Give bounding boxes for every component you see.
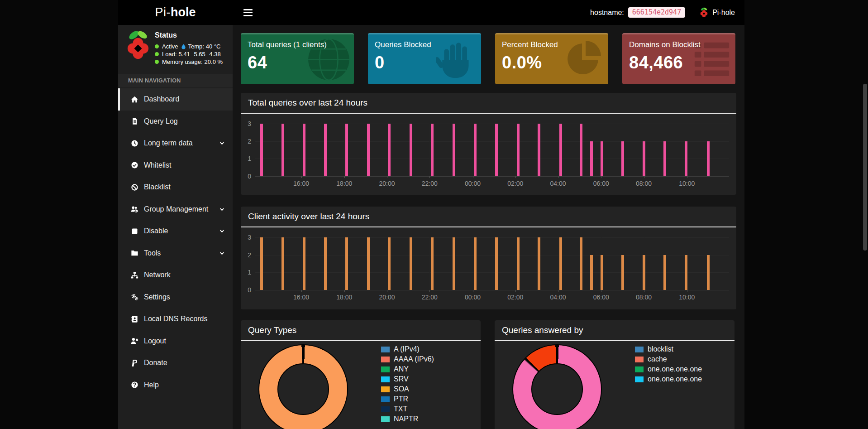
sidebar-item-dashboard[interactable]: Dashboard — [118, 88, 233, 111]
legend-color-swatch — [381, 366, 390, 372]
sidebar-item-local-dns-records[interactable]: Local DNS Records — [118, 308, 233, 330]
query-bar — [281, 124, 284, 176]
gridline — [255, 176, 729, 177]
query-bar — [580, 124, 582, 176]
client-activity-chart: 321016:0018:0020:0022:0000:0002:0004:000… — [255, 237, 729, 305]
x-tick-label: 10:00 — [679, 294, 695, 301]
sidebar-item-network[interactable]: Network — [118, 264, 233, 286]
legend-item-one-one-one-one[interactable]: one.one.one.one — [635, 374, 702, 384]
sidebar-item-group-management[interactable]: Group Management — [118, 198, 233, 221]
card-value: 0.0% — [502, 53, 601, 72]
sidebar-item-blacklist[interactable]: Blacklist — [118, 176, 233, 198]
legend-color-swatch — [381, 416, 390, 422]
sidebar-item-label: Logout — [144, 337, 166, 345]
sidebar-item-label: Disable — [144, 227, 168, 235]
legend-label: SRV — [394, 375, 409, 383]
legend-color-swatch — [381, 386, 390, 392]
file-icon — [130, 117, 139, 125]
legend-item-cache[interactable]: cache — [635, 354, 702, 364]
sidebar-item-label: Whitelist — [144, 161, 171, 169]
client-activity-title: Client activity over last 24 hours — [241, 207, 736, 227]
legend-item-blocklist[interactable]: blocklist — [635, 344, 702, 354]
sidebar-item-tools[interactable]: Tools — [118, 242, 233, 265]
query-bar — [517, 124, 520, 176]
paypal-icon — [130, 359, 139, 367]
legend-item-aaaa-ipv6-[interactable]: AAAA (IPv6) — [381, 354, 434, 364]
card-value: 84,466 — [629, 53, 729, 72]
legend-item-srv[interactable]: SRV — [381, 374, 434, 384]
legend-item-ptr[interactable]: PTR — [381, 394, 434, 404]
x-tick-mark — [387, 290, 387, 292]
x-tick-label: 00:00 — [465, 294, 481, 301]
legend-item-one-one-one-one[interactable]: one.one.one.one — [635, 364, 702, 374]
sidebar-item-logout[interactable]: Logout — [118, 330, 233, 352]
legend-color-swatch — [381, 406, 390, 412]
sidebar-item-label: Local DNS Records — [144, 315, 208, 323]
pihole-logo-link[interactable]: Pi-hole — [118, 0, 233, 25]
x-tick-label: 16:00 — [293, 294, 309, 301]
query-bar — [453, 237, 455, 290]
sidebar-item-label: Tools — [144, 249, 161, 257]
legend-item-txt[interactable]: TXT — [381, 404, 434, 414]
brand-name: Pi-hole — [712, 9, 735, 17]
gridline — [429, 237, 430, 290]
legend-item-soa[interactable]: SOA — [381, 384, 434, 394]
y-tick-label: 2 — [248, 251, 251, 259]
scrollbar-thumb[interactable] — [863, 84, 867, 251]
chevron-down-icon — [219, 206, 225, 212]
sidebar-item-disable[interactable]: Disable — [118, 220, 233, 242]
query-bar — [580, 237, 582, 290]
x-tick-mark — [344, 176, 345, 178]
card-label: Percent Blocked — [502, 40, 601, 49]
status-dot-icon — [155, 44, 159, 48]
x-tick-label: 06:00 — [593, 294, 609, 301]
sidebar-item-long-term-data[interactable]: Long term data — [118, 132, 233, 154]
legend-color-swatch — [635, 357, 644, 362]
sidebar-item-settings[interactable]: Settings — [118, 286, 233, 308]
legend-label: ANY — [394, 365, 409, 373]
legend-item-naptr[interactable]: NAPTR — [381, 414, 434, 424]
y-tick-label: 3 — [248, 234, 251, 241]
check-circle-icon — [130, 161, 139, 169]
status-load-row: Load: 5.41 5.65 4.38 — [155, 50, 223, 58]
x-tick-label: 08:00 — [636, 294, 652, 301]
card-label: Domains on Blocklist — [629, 40, 729, 49]
x-tick-label: 02:00 — [507, 180, 523, 187]
legend-item-a-ipv4-[interactable]: A (IPv4) — [381, 344, 434, 354]
sidebar-item-help[interactable]: Help — [118, 374, 233, 396]
query-bar — [474, 237, 477, 290]
top-navbar: Pi-hole hostname: 666154e2d947 Pi-hole — [118, 0, 744, 25]
sitemap-icon — [130, 271, 139, 279]
sidebar: Status Active Temp: 40 °C Load: 5.41 5.6… — [118, 25, 233, 429]
load-value: 5.41 5.65 4.38 — [179, 50, 221, 58]
queries-answered-by-title: Queries answered by — [495, 320, 734, 341]
gridline — [515, 124, 516, 176]
query-bar — [388, 124, 391, 176]
client-activity-panel: Client activity over last 24 hours 32101… — [241, 207, 736, 309]
hamburger-menu-icon[interactable] — [233, 0, 260, 25]
query-bar — [601, 141, 603, 176]
legend-color-swatch — [381, 347, 390, 352]
query-bar — [324, 124, 327, 176]
query-bar — [685, 255, 687, 290]
x-tick-label: 20:00 — [379, 294, 395, 301]
gridline — [301, 124, 302, 176]
legend-label: cache — [648, 355, 667, 363]
x-tick-mark — [473, 176, 473, 178]
sidebar-item-query-log[interactable]: Query Log — [118, 111, 233, 133]
gridline — [558, 124, 558, 176]
legend-item-any[interactable]: ANY — [381, 364, 434, 374]
x-tick-mark — [687, 176, 687, 178]
query-bar — [621, 141, 624, 176]
hostname-badge: 666154e2d947 — [628, 7, 685, 18]
x-tick-label: 04:00 — [550, 294, 566, 301]
sidebar-item-whitelist[interactable]: Whitelist — [118, 154, 233, 177]
hostname-label: hostname: — [590, 9, 624, 17]
sidebar-item-donate[interactable]: Donate — [118, 352, 233, 374]
x-tick-mark — [644, 290, 644, 292]
gridline — [473, 237, 473, 290]
summary-cards-row: Total queries (1 clients)64Queries Block… — [241, 33, 736, 84]
query-bar — [345, 124, 348, 176]
status-panel: Status Active Temp: 40 °C Load: 5.41 5.6… — [118, 25, 233, 70]
main-content: Total queries (1 clients)64Queries Block… — [233, 25, 744, 429]
